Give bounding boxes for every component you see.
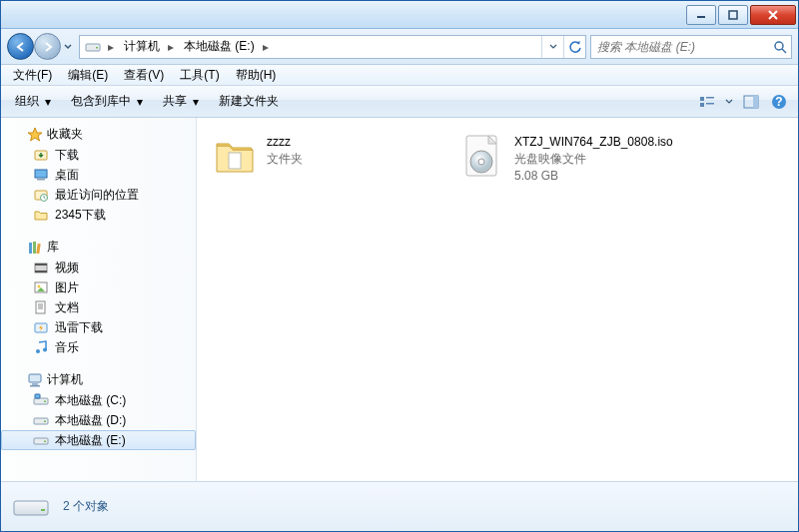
file-name: XTZJ_WIN764_ZJB_0808.iso	[514, 134, 673, 151]
sidebar-item-label: 本地磁盘 (E:)	[55, 432, 126, 449]
sidebar-item-label: 音乐	[55, 339, 79, 356]
svg-rect-20	[36, 243, 40, 253]
svg-rect-26	[36, 301, 45, 313]
breadcrumb-root-sep[interactable]: ▸	[104, 36, 118, 58]
content-pane[interactable]: zzzz文件夹XTZJ_WIN764_ZJB_0808.iso光盘映像文件5.0…	[197, 118, 798, 481]
pictures-icon	[33, 279, 49, 295]
svg-rect-31	[32, 383, 38, 385]
chevron-down-icon: ▾	[43, 95, 53, 109]
nav-back-button[interactable]	[7, 33, 34, 60]
nav-history-dropdown[interactable]	[61, 36, 75, 58]
drive-icon	[33, 412, 49, 428]
svg-rect-3	[96, 47, 98, 49]
search-box[interactable]	[590, 35, 792, 59]
sidebar-item[interactable]: 图片	[1, 277, 196, 297]
menu-help[interactable]: 帮助(H)	[228, 65, 285, 86]
breadcrumb-sep-2[interactable]: ▸	[259, 36, 273, 58]
file-meta: XTZJ_WIN764_ZJB_0808.iso光盘映像文件5.08 GB	[514, 132, 673, 184]
menu-edit[interactable]: 编辑(E)	[60, 65, 116, 86]
sidebar-head-computer[interactable]: 计算机	[1, 369, 196, 390]
sidebar-item-label: 桌面	[55, 167, 79, 184]
svg-point-4	[775, 42, 783, 50]
svg-point-25	[38, 285, 41, 288]
new-folder-button[interactable]: 新建文件夹	[211, 89, 287, 114]
view-dropdown-button[interactable]	[722, 90, 736, 114]
iso-icon	[458, 132, 506, 180]
svg-rect-39	[44, 441, 46, 443]
help-icon: ?	[771, 94, 787, 110]
sidebar-item[interactable]: 本地磁盘 (E:)	[1, 430, 196, 450]
breadcrumb-sep-1[interactable]: ▸	[164, 36, 178, 58]
breadcrumb-computer[interactable]: 计算机	[118, 36, 164, 58]
arrow-left-icon	[14, 40, 28, 54]
documents-icon	[33, 299, 49, 315]
drive-sys-icon	[33, 392, 49, 408]
sidebar-head-favorites[interactable]: 收藏夹	[1, 124, 196, 145]
sidebar-item-label: 视频	[55, 260, 79, 276]
view-icon	[699, 95, 715, 109]
status-count: 2 个对象	[63, 498, 109, 515]
sidebar-item[interactable]: 视频	[1, 258, 196, 277]
svg-rect-32	[30, 385, 40, 387]
refresh-button[interactable]	[563, 36, 585, 58]
sidebar-head-libraries[interactable]: 库	[1, 237, 196, 258]
file-type: 光盘映像文件	[514, 151, 673, 168]
chevron-down-icon: ▾	[135, 95, 145, 109]
svg-rect-14	[35, 170, 47, 178]
preview-pane-button[interactable]	[738, 90, 764, 114]
view-options-button[interactable]	[694, 90, 720, 114]
chevron-down-icon	[64, 43, 72, 51]
body: 收藏夹 下载桌面最近访问的位置2345下载 库 视频图片文档迅雷下载音乐 计算机	[1, 118, 798, 481]
nav-pane[interactable]: 收藏夹 下载桌面最近访问的位置2345下载 库 视频图片文档迅雷下载音乐 计算机	[1, 118, 197, 481]
close-button[interactable]	[750, 5, 796, 25]
drive-icon	[11, 487, 51, 527]
sidebar-item[interactable]: 2345下载	[1, 205, 196, 225]
thunder-icon	[33, 319, 49, 335]
include-library-button[interactable]: 包含到库中 ▾	[63, 89, 153, 114]
minimize-icon	[696, 10, 706, 20]
search-input[interactable]	[593, 40, 771, 54]
svg-rect-40	[229, 153, 241, 169]
sidebar-item[interactable]: 文档	[1, 297, 196, 317]
address-bar[interactable]: ▸ 计算机 ▸ 本地磁盘 (E:) ▸	[79, 35, 586, 59]
svg-rect-15	[37, 179, 45, 181]
svg-rect-34	[44, 401, 46, 403]
sidebar-item[interactable]: 桌面	[1, 165, 196, 185]
organize-button[interactable]: 组织 ▾	[7, 89, 61, 114]
breadcrumb-current[interactable]: 本地磁盘 (E:)	[178, 36, 259, 58]
file-item[interactable]: zzzz文件夹	[205, 128, 452, 188]
video-icon	[33, 260, 49, 275]
sidebar-item[interactable]: 迅雷下载	[1, 317, 196, 337]
sidebar-item[interactable]: 本地磁盘 (D:)	[1, 410, 196, 430]
svg-rect-19	[33, 242, 36, 254]
sidebar-item[interactable]: 最近访问的位置	[1, 185, 196, 205]
maximize-icon	[728, 10, 738, 20]
sidebar-item-label: 本地磁盘 (D:)	[55, 412, 126, 429]
recent-icon	[33, 187, 49, 203]
sidebar-label: 计算机	[47, 371, 83, 388]
menu-file[interactable]: 文件(F)	[5, 65, 60, 86]
folder-large-icon	[211, 132, 259, 180]
svg-rect-10	[753, 96, 758, 108]
maximize-button[interactable]	[718, 5, 748, 25]
sidebar-item[interactable]: 下载	[1, 145, 196, 165]
svg-rect-1	[729, 11, 737, 19]
navbar: ▸ 计算机 ▸ 本地磁盘 (E:) ▸	[1, 29, 798, 65]
file-grid: zzzz文件夹XTZJ_WIN764_ZJB_0808.iso光盘映像文件5.0…	[205, 128, 790, 188]
menu-tools[interactable]: 工具(T)	[172, 65, 227, 86]
sidebar-item-label: 迅雷下载	[55, 319, 103, 336]
refresh-icon	[568, 40, 582, 54]
address-dropdown-button[interactable]	[541, 36, 563, 58]
sidebar-group-favorites: 收藏夹 下载桌面最近访问的位置2345下载	[1, 124, 196, 225]
file-item[interactable]: XTZJ_WIN764_ZJB_0808.iso光盘映像文件5.08 GB	[452, 128, 700, 188]
nav-forward-button[interactable]	[34, 33, 61, 60]
share-button[interactable]: 共享 ▾	[155, 89, 209, 114]
music-icon	[33, 339, 49, 355]
svg-rect-30	[29, 374, 41, 382]
svg-point-29	[43, 348, 47, 352]
sidebar-item[interactable]: 音乐	[1, 337, 196, 357]
sidebar-item[interactable]: 本地磁盘 (C:)	[1, 390, 196, 410]
menu-view[interactable]: 查看(V)	[116, 65, 172, 86]
minimize-button[interactable]	[686, 5, 716, 25]
help-button[interactable]: ?	[766, 90, 792, 114]
